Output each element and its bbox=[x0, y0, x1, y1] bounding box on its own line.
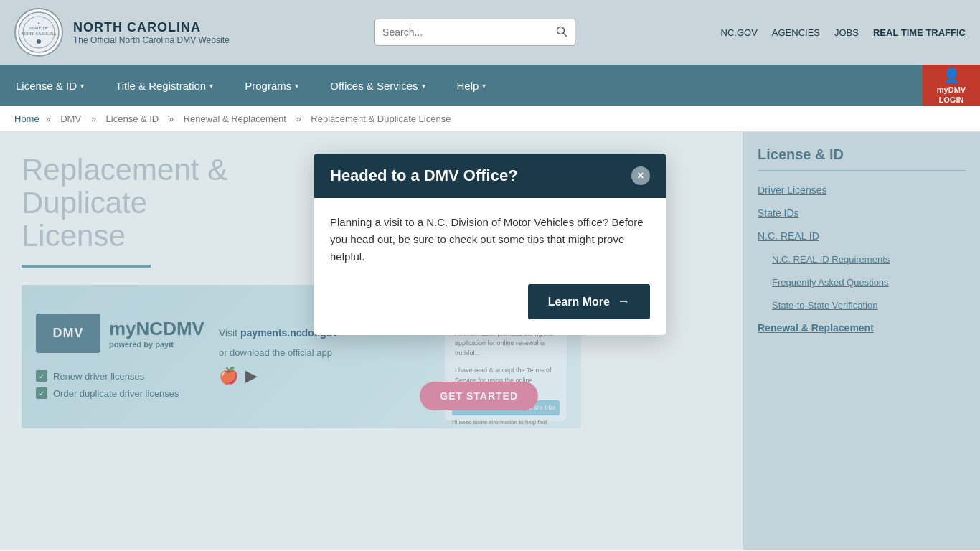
state-name: NORTH CAROLINA bbox=[73, 20, 230, 35]
modal-dialog: Headed to a DMV Office? × Planning a vis… bbox=[314, 154, 666, 335]
main-nav: License & ID ▾ Title & Registration ▾ Pr… bbox=[0, 65, 980, 106]
license-id-chevron-icon: ▾ bbox=[80, 82, 84, 90]
state-seal-logo: STATE OF NORTH CAROLINA ✦ bbox=[14, 8, 63, 57]
modal-body: Planning a visit to a N.C. Division of M… bbox=[314, 198, 666, 273]
modal-footer: Learn More → bbox=[314, 273, 666, 335]
nav-offices-services[interactable]: Offices & Services ▾ bbox=[314, 65, 440, 106]
search-input[interactable] bbox=[375, 27, 549, 38]
nav-title-registration[interactable]: Title & Registration ▾ bbox=[100, 65, 229, 106]
breadcrumb-dmv[interactable]: DMV bbox=[57, 113, 85, 124]
search-bar[interactable] bbox=[374, 19, 575, 46]
header-title-block: NORTH CAROLINA The Official North Caroli… bbox=[73, 20, 230, 45]
programs-chevron-icon: ▾ bbox=[295, 82, 298, 90]
svg-text:NORTH CAROLINA: NORTH CAROLINA bbox=[22, 32, 56, 36]
title-registration-chevron-icon: ▾ bbox=[209, 82, 213, 90]
modal-text: Planning a visit to a N.C. Division of M… bbox=[330, 214, 650, 265]
svg-text:✦: ✦ bbox=[37, 21, 40, 25]
jobs-link[interactable]: JOBS bbox=[834, 27, 859, 38]
search-icon bbox=[556, 26, 567, 37]
mydmv-login-button[interactable]: 👤 myDMV LOGIN bbox=[923, 65, 980, 106]
svg-line-7 bbox=[564, 33, 567, 36]
person-icon: 👤 bbox=[943, 67, 961, 84]
site-tagline: The Official North Carolina DMV Website bbox=[73, 35, 230, 45]
breadcrumb-current: Replacement & Duplicate License bbox=[311, 113, 451, 124]
nav-items-group: License & ID ▾ Title & Registration ▾ Pr… bbox=[0, 65, 923, 106]
ncgov-link[interactable]: NC.GOV bbox=[721, 27, 758, 38]
nav-help[interactable]: Help ▾ bbox=[441, 65, 502, 106]
svg-text:STATE OF: STATE OF bbox=[29, 26, 49, 30]
agencies-link[interactable]: AGENCIES bbox=[772, 27, 820, 38]
breadcrumb-home[interactable]: Home bbox=[14, 113, 39, 124]
learn-more-button[interactable]: Learn More → bbox=[528, 284, 650, 319]
nav-license-id[interactable]: License & ID ▾ bbox=[0, 65, 100, 106]
modal-header: Headed to a DMV Office? × bbox=[314, 154, 666, 198]
nav-programs[interactable]: Programs ▾ bbox=[229, 65, 314, 106]
breadcrumb-license-id[interactable]: License & ID bbox=[103, 113, 163, 124]
site-header: STATE OF NORTH CAROLINA ✦ NORTH CAROLINA… bbox=[0, 0, 980, 65]
arrow-right-icon: → bbox=[617, 294, 630, 309]
main-content: Replacement & Duplicate License DMV myNC… bbox=[0, 132, 980, 550]
help-chevron-icon: ▾ bbox=[482, 82, 486, 90]
search-button[interactable] bbox=[549, 26, 575, 39]
modal-overlay: Headed to a DMV Office? × Planning a vis… bbox=[0, 132, 980, 550]
svg-point-4 bbox=[37, 39, 41, 44]
modal-close-button[interactable]: × bbox=[631, 166, 650, 185]
breadcrumb: Home » DMV » License & ID » Renewal & Re… bbox=[0, 106, 980, 132]
header-branding: STATE OF NORTH CAROLINA ✦ NORTH CAROLINA… bbox=[14, 8, 230, 57]
traffic-link[interactable]: REAL TIME TRAFFIC bbox=[873, 27, 966, 38]
breadcrumb-renewal[interactable]: Renewal & Replacement bbox=[180, 113, 290, 124]
offices-services-chevron-icon: ▾ bbox=[422, 82, 425, 90]
modal-title: Headed to a DMV Office? bbox=[330, 166, 518, 185]
header-nav-links: NC.GOV AGENCIES JOBS REAL TIME TRAFFIC bbox=[721, 27, 966, 38]
